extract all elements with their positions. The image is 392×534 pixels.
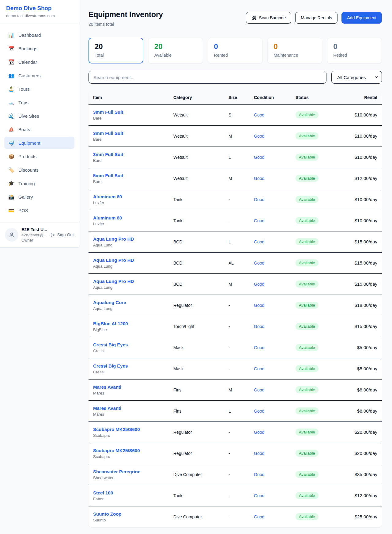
item-name-link[interactable]: 3mm Full Suit xyxy=(93,131,171,136)
item-condition-link[interactable]: Good xyxy=(254,430,264,435)
item-condition-link[interactable]: Good xyxy=(254,113,264,117)
item-condition-link[interactable]: Good xyxy=(254,345,264,350)
item-condition-link[interactable]: Good xyxy=(254,387,264,392)
item-name-link[interactable]: Cressi Big Eyes xyxy=(93,342,171,347)
item-name-link[interactable]: Mares Avanti xyxy=(93,384,171,390)
table-row[interactable]: Shearwater PeregrineShearwaterDive Compu… xyxy=(89,464,382,485)
item-name-link[interactable]: Aqua Lung Pro HD xyxy=(93,279,171,284)
rental-price: $10.00/day xyxy=(355,112,377,117)
item-name-link[interactable]: Scubapro MK25/S600 xyxy=(93,448,171,453)
table-row[interactable]: Aqua Lung Pro HDAqua LungBCDMGoodAvailab… xyxy=(89,273,382,295)
item-condition-link[interactable]: Good xyxy=(254,176,264,181)
sidebar-item-training[interactable]: 🎓Training xyxy=(4,177,74,189)
table-row[interactable]: Aqualung CoreAqua LungRegulator-GoodAvai… xyxy=(89,295,382,316)
item-condition-link[interactable]: Good xyxy=(254,282,264,287)
stat-card-total[interactable]: 20Total xyxy=(89,38,143,63)
item-name-link[interactable]: BigBlue AL1200 xyxy=(93,321,171,326)
item-condition-link[interactable]: Good xyxy=(254,218,264,223)
table-row[interactable]: Scubapro MK25/S600ScubaproRegulator-Good… xyxy=(89,421,382,443)
table-row[interactable]: Aluminum 80LuxferTank-GoodAvailable$10.0… xyxy=(89,210,382,231)
sidebar-item-pos[interactable]: 💳POS xyxy=(4,204,74,216)
table-row[interactable]: Mares AvantiMaresFinsLGoodAvailable$8.00… xyxy=(89,400,382,421)
sidebar-item-tours[interactable]: 🏝️Tours xyxy=(4,83,74,95)
table-row[interactable]: 3mm Full SuitBareWetsuitLGoodAvailable$1… xyxy=(89,147,382,168)
add-equipment-button[interactable]: Add Equipment xyxy=(341,12,382,24)
item-condition-link[interactable]: Good xyxy=(254,409,264,414)
item-condition-link[interactable]: Good xyxy=(254,514,264,519)
item-condition-link[interactable]: Good xyxy=(254,155,264,160)
sidebar-item-bookings[interactable]: 📅Bookings xyxy=(4,42,74,55)
search-input[interactable] xyxy=(89,71,326,84)
item-category: Fins xyxy=(173,400,228,421)
stat-card-retired[interactable]: 0Retired xyxy=(327,38,382,63)
item-name-link[interactable]: Aluminum 80 xyxy=(93,194,171,199)
item-name-link[interactable]: Shearwater Peregrine xyxy=(93,469,171,474)
item-condition-link[interactable]: Good xyxy=(254,303,264,308)
manage-rentals-button[interactable]: Manage Rentals xyxy=(295,12,337,24)
table-row[interactable]: Mares AvantiMaresFinsMGoodAvailable$8.00… xyxy=(89,379,382,400)
item-name-link[interactable]: Mares Avanti xyxy=(93,406,171,411)
item-name-link[interactable]: Aluminum 80 xyxy=(93,215,171,220)
stat-card-available[interactable]: 20Available xyxy=(148,38,203,63)
item-condition-link[interactable]: Good xyxy=(254,134,264,139)
table-row[interactable]: 3mm Full SuitBareWetsuitMGoodAvailable$1… xyxy=(89,125,382,147)
stat-card-maintenance[interactable]: 0Maintenance xyxy=(267,38,322,63)
item-condition-link[interactable]: Good xyxy=(254,239,264,244)
sidebar-item-customers[interactable]: 👥Customers xyxy=(4,69,74,82)
item-condition-link[interactable]: Good xyxy=(254,493,264,498)
brand-title[interactable]: Demo Dive Shop xyxy=(6,5,73,12)
equipment-table: ItemCategorySizeConditionStatusRental 3m… xyxy=(89,91,382,527)
item-name-link[interactable]: Aqualung Core xyxy=(93,300,171,305)
item-name-link[interactable]: Suunto Zoop xyxy=(93,511,171,517)
table-row[interactable]: Cressi Big EyesCressiMask-GoodAvailable$… xyxy=(89,337,382,358)
sidebar-item-discounts[interactable]: 🏷️Discounts xyxy=(4,164,74,176)
sidebar-item-equipment[interactable]: 🤿Equipment xyxy=(4,137,74,149)
item-name-link[interactable]: Scubapro MK25/S600 xyxy=(93,427,171,432)
table-row[interactable]: 3mm Full SuitBareWetsuitSGoodAvailable$1… xyxy=(89,104,382,125)
item-name-link[interactable]: 5mm Full Suit xyxy=(93,173,171,178)
sidebar-item-calendar[interactable]: 📆Calendar xyxy=(4,56,74,68)
sidebar-item-products[interactable]: 📦Products xyxy=(4,150,74,162)
table-row[interactable]: Aqua Lung Pro HDAqua LungBCDLGoodAvailab… xyxy=(89,231,382,252)
sidebar-nav: 📊Dashboard📅Bookings📆Calendar👥Customers🏝️… xyxy=(0,24,79,223)
item-name-link[interactable]: 3mm Full Suit xyxy=(93,152,171,157)
rental-price: $10.00/day xyxy=(355,197,377,202)
table-row[interactable]: Scubapro MK25/S600ScubaproRegulator-Good… xyxy=(89,443,382,464)
sidebar-item-label: Calendar xyxy=(18,59,37,65)
item-name-link[interactable]: Cressi Big Eyes xyxy=(93,363,171,368)
item-condition-link[interactable]: Good xyxy=(254,324,264,329)
item-name-link[interactable]: Aqua Lung Pro HD xyxy=(93,257,171,263)
item-category: Dive Computer xyxy=(173,506,228,527)
sidebar-item-boats[interactable]: ⛵Boats xyxy=(4,123,74,135)
item-brand: Scubapro xyxy=(93,454,171,459)
sidebar-item-trips[interactable]: 🛥️Trips xyxy=(4,96,74,109)
item-category: Dive Computer xyxy=(173,464,228,485)
sidebar-item-label: POS xyxy=(18,208,28,213)
category-select[interactable]: All Categories xyxy=(331,71,382,84)
table-row[interactable]: Aluminum 80LuxferTank-GoodAvailable$10.0… xyxy=(89,189,382,210)
sidebar-item-dive-sites[interactable]: 🌊Dive Sites xyxy=(4,110,74,122)
stat-label: Rented xyxy=(214,53,257,58)
table-row[interactable]: Suunto ZoopSuuntoDive Computer-GoodAvail… xyxy=(89,506,382,527)
item-name-link[interactable]: 3mm Full Suit xyxy=(93,109,171,115)
stat-card-rented[interactable]: 0Rented xyxy=(208,38,263,63)
rental-price: $15.00/day xyxy=(355,324,377,329)
item-condition-link[interactable]: Good xyxy=(254,261,264,265)
table-row[interactable]: 5mm Full SuitBareWetsuitMGoodAvailable$1… xyxy=(89,168,382,189)
item-condition-link[interactable]: Good xyxy=(254,366,264,371)
item-condition-link[interactable]: Good xyxy=(254,472,264,477)
item-name-link[interactable]: Aqua Lung Pro HD xyxy=(93,236,171,242)
sidebar-item-dashboard[interactable]: 📊Dashboard xyxy=(4,29,74,41)
table-row[interactable]: Cressi Big EyesCressiMask-GoodAvailable$… xyxy=(89,358,382,379)
table-row[interactable]: BigBlue AL1200BigBlueTorch/Light-GoodAva… xyxy=(89,316,382,337)
item-condition-link[interactable]: Good xyxy=(254,197,264,202)
item-name-link[interactable]: Steel 100 xyxy=(93,490,171,495)
user-icon xyxy=(8,231,15,238)
sidebar-item-gallery[interactable]: 📸Gallery xyxy=(4,191,74,203)
sign-out-button[interactable]: Sign Out xyxy=(50,232,74,238)
sidebar-item-label: Products xyxy=(18,154,36,159)
item-condition-link[interactable]: Good xyxy=(254,451,264,456)
table-row[interactable]: Aqua Lung Pro HDAqua LungBCDXLGoodAvaila… xyxy=(89,252,382,273)
scan-barcode-button[interactable]: Scan Barcode xyxy=(246,12,291,24)
table-row[interactable]: Steel 100FaberTank-GoodAvailable$12.00/d… xyxy=(89,485,382,506)
